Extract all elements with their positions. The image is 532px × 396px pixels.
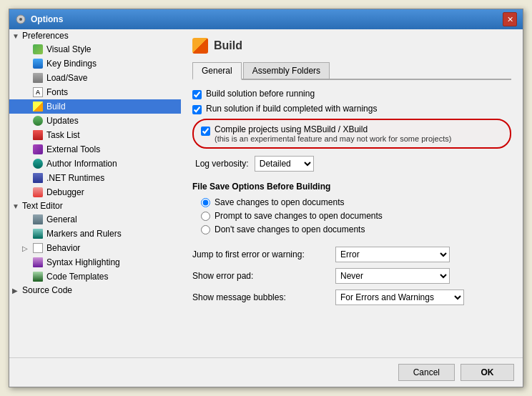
sidebar-label-net-runtimes: .NET Runtimes [46,173,104,183]
build-icon [192,38,208,54]
form-row-show-error-pad: Show error pad: Never Always On Build Er… [192,268,511,284]
show-message-bubbles-select[interactable]: Never For Errors and Warnings Always [335,289,464,305]
show-error-pad-select[interactable]: Never Always On Build Error [335,268,450,284]
dont-save-label: Don't save changes to open documents [215,224,365,234]
dialog-body: ▼ Preferences Visual Style Key Bindings [9,29,523,357]
file-save-subheader: File Save Options Before Building [192,182,511,192]
options-dialog: Options ✕ ▼ Preferences Visual Style [9,9,523,387]
sidebar-item-key-bindings[interactable]: Key Bindings [9,56,181,71]
sidebar-section-preferences[interactable]: ▼ Preferences [9,29,181,42]
expander-source-code: ▶ [12,287,22,294]
compile-msbuild-label: Compile projects using MSBuild / XBuild [215,124,451,134]
title-bar: Options ✕ [9,9,523,29]
prompt-save-radio[interactable] [201,212,210,221]
build-before-run-checkbox[interactable] [192,90,202,99]
prompt-save-label: Prompt to save changes to open documents [215,211,383,221]
sidebar-item-updates[interactable]: Updates [9,114,181,128]
sidebar-section-text-editor-label: Text Editor [22,201,63,211]
sidebar: ▼ Preferences Visual Style Key Bindings [9,29,181,357]
sidebar-label-load-save: Load/Save [46,73,87,83]
show-message-bubbles-label: Show message bubbles: [192,292,335,302]
sidebar-section-preferences-label: Preferences [22,31,69,41]
sidebar-label-build: Build [46,102,66,112]
compile-msbuild-sublabel: (this is an experimental feature and may… [215,134,451,143]
log-verbosity-label: Log verbosity: [195,159,249,169]
dont-save-radio[interactable] [201,225,210,234]
title-bar-left: Options [15,14,63,25]
ok-button[interactable]: OK [460,364,514,381]
sidebar-item-task-list[interactable]: Task List [9,128,181,142]
sidebar-label-te-general: General [46,214,77,224]
compile-msbuild-checkbox[interactable] [201,127,210,136]
show-error-pad-label: Show error pad: [192,271,335,281]
radio-prompt-save: Prompt to save changes to open documents [192,211,511,221]
sidebar-item-markers-rulers[interactable]: Markers and Rulers [9,227,181,241]
build-before-run-label: Build solution before running [206,89,315,99]
compile-msbuild-text: Compile projects using MSBuild / XBuild … [215,124,451,143]
jump-to-error-select[interactable]: Never Error Error or Warning [335,247,450,262]
log-verbosity-row: Log verbosity: Quiet Minimal Normal Deta… [192,156,511,172]
log-verbosity-select[interactable]: Quiet Minimal Normal Detailed Diagnostic [255,156,314,172]
sidebar-label-syntax-highlighting: Syntax Highlighting [46,257,120,267]
run-if-warnings-checkbox[interactable] [192,105,202,114]
tab-general[interactable]: General [192,62,242,80]
main-content: Build General Assembly Folders Build sol… [181,29,523,357]
sidebar-label-external-tools: External Tools [46,144,100,154]
tabs-container: General Assembly Folders [192,62,511,80]
bottom-bar: Cancel OK [9,357,523,387]
checkbox-run-if-warnings: Run solution if build completed with war… [192,104,511,114]
sidebar-label-visual-style: Visual Style [46,44,91,54]
close-button[interactable]: ✕ [503,12,517,26]
sidebar-item-debugger[interactable]: Debugger [9,185,181,199]
sidebar-label-code-templates: Code Templates [46,272,109,282]
form-row-jump-to-error: Jump to first error or warning: Never Er… [192,247,511,262]
sidebar-section-source-code[interactable]: ▶ Source Code [9,284,181,297]
form-row-show-message-bubbles: Show message bubbles: Never For Errors a… [192,289,511,305]
options-icon [15,14,26,25]
highlight-compile-box: Compile projects using MSBuild / XBuild … [192,119,511,149]
sidebar-item-te-general[interactable]: General [9,212,181,227]
expander-preferences: ▼ [12,32,22,40]
sidebar-item-external-tools[interactable]: External Tools [9,142,181,157]
sidebar-label-markers-rulers: Markers and Rulers [46,229,122,239]
sidebar-item-visual-style[interactable]: Visual Style [9,42,181,56]
sidebar-label-key-bindings: Key Bindings [46,59,97,69]
tab-assembly-folders[interactable]: Assembly Folders [243,62,330,79]
sidebar-section-text-editor[interactable]: ▼ Text Editor [9,199,181,212]
sidebar-item-author-information[interactable]: Author Information [9,157,181,171]
sidebar-item-load-save[interactable]: Load/Save [9,71,181,85]
sidebar-item-behavior[interactable]: ▷ Behavior [9,241,181,255]
sidebar-item-syntax-highlighting[interactable]: Syntax Highlighting [9,255,181,269]
sidebar-label-author-information: Author Information [46,159,117,169]
section-header: Build [192,38,511,54]
sidebar-label-task-list: Task List [46,130,80,140]
sidebar-item-net-runtimes[interactable]: .NET Runtimes [9,171,181,185]
sidebar-inner: ▼ Preferences Visual Style Key Bindings [9,29,181,357]
jump-to-error-label: Jump to first error or warning: [192,249,335,259]
checkbox-build-before-run: Build solution before running [192,89,511,99]
sidebar-label-debugger: Debugger [46,187,84,197]
save-open-radio[interactable] [201,198,210,207]
sidebar-item-build[interactable]: Build [9,99,181,114]
svg-point-1 [19,18,22,21]
sidebar-label-fonts: Fonts [46,87,68,97]
section-title: Build [214,39,242,52]
sidebar-section-source-code-label: Source Code [22,285,72,295]
save-open-label: Save changes to open documents [215,197,344,207]
sidebar-label-behavior: Behavior [46,243,80,253]
sidebar-item-fonts[interactable]: A Fonts [9,85,181,99]
radio-dont-save: Don't save changes to open documents [192,224,511,234]
cancel-button[interactable]: Cancel [398,364,455,381]
sidebar-label-updates: Updates [46,116,79,126]
dialog-title: Options [31,14,63,24]
radio-save-open: Save changes to open documents [192,197,511,207]
expander-text-editor: ▼ [12,202,22,210]
run-if-warnings-label: Run solution if build completed with war… [206,104,377,114]
sidebar-item-code-templates[interactable]: Code Templates [9,269,181,284]
